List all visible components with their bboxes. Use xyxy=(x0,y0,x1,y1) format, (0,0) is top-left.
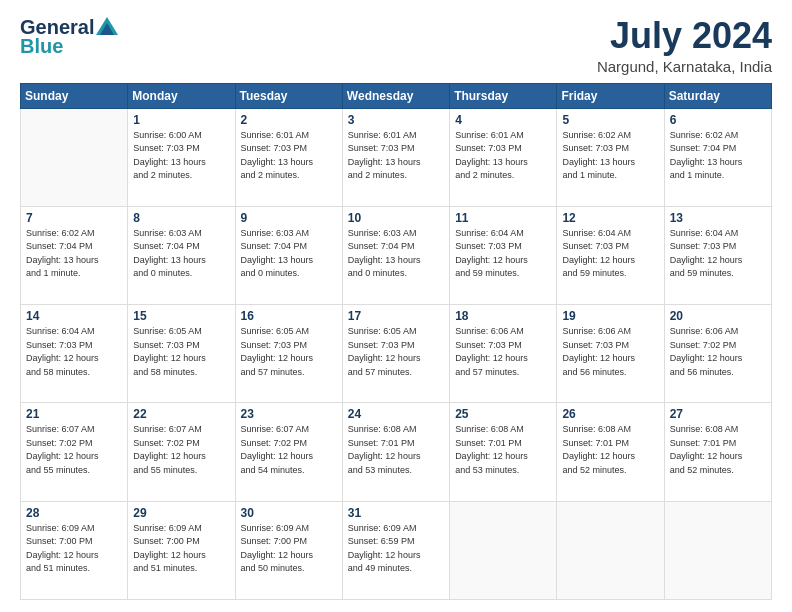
calendar-table: Sunday Monday Tuesday Wednesday Thursday… xyxy=(20,83,772,600)
day-number: 24 xyxy=(348,407,444,421)
day-info-line: Daylight: 12 hours xyxy=(562,450,658,464)
day-info-line: and 57 minutes. xyxy=(348,366,444,380)
day-number: 16 xyxy=(241,309,337,323)
calendar-cell: 1Sunrise: 6:00 AMSunset: 7:03 PMDaylight… xyxy=(128,108,235,206)
calendar-cell: 26Sunrise: 6:08 AMSunset: 7:01 PMDayligh… xyxy=(557,403,664,501)
day-info-line: Daylight: 13 hours xyxy=(26,254,122,268)
logo: General Blue xyxy=(20,16,118,58)
day-info-line: Sunset: 7:03 PM xyxy=(455,339,551,353)
day-info-line: Sunset: 7:01 PM xyxy=(455,437,551,451)
calendar-cell: 21Sunrise: 6:07 AMSunset: 7:02 PMDayligh… xyxy=(21,403,128,501)
day-info-line: Sunset: 7:03 PM xyxy=(562,240,658,254)
day-info-line: Daylight: 12 hours xyxy=(241,450,337,464)
day-info-line: Sunrise: 6:08 AM xyxy=(562,423,658,437)
day-number: 7 xyxy=(26,211,122,225)
day-info-line: and 2 minutes. xyxy=(133,169,229,183)
day-info-line: Sunset: 7:03 PM xyxy=(348,142,444,156)
calendar-week-row: 7Sunrise: 6:02 AMSunset: 7:04 PMDaylight… xyxy=(21,206,772,304)
day-info-line: Sunset: 7:03 PM xyxy=(133,339,229,353)
calendar-cell: 4Sunrise: 6:01 AMSunset: 7:03 PMDaylight… xyxy=(450,108,557,206)
calendar-cell: 11Sunrise: 6:04 AMSunset: 7:03 PMDayligh… xyxy=(450,206,557,304)
day-info-line: Daylight: 12 hours xyxy=(26,549,122,563)
day-info-line: Sunset: 7:02 PM xyxy=(670,339,766,353)
day-info-line: and 0 minutes. xyxy=(241,267,337,281)
day-info-line: Sunset: 7:03 PM xyxy=(562,339,658,353)
day-number: 15 xyxy=(133,309,229,323)
day-number: 28 xyxy=(26,506,122,520)
day-info-line: Sunset: 7:00 PM xyxy=(133,535,229,549)
col-saturday: Saturday xyxy=(664,83,771,108)
day-info-line: Daylight: 13 hours xyxy=(455,156,551,170)
day-info-line: and 59 minutes. xyxy=(670,267,766,281)
calendar-cell xyxy=(21,108,128,206)
col-tuesday: Tuesday xyxy=(235,83,342,108)
calendar-cell: 24Sunrise: 6:08 AMSunset: 7:01 PMDayligh… xyxy=(342,403,449,501)
day-info-line: Sunrise: 6:09 AM xyxy=(26,522,122,536)
logo-blue: Blue xyxy=(20,35,63,58)
day-info-line: and 53 minutes. xyxy=(348,464,444,478)
day-info-line: and 2 minutes. xyxy=(455,169,551,183)
day-number: 19 xyxy=(562,309,658,323)
calendar-cell: 22Sunrise: 6:07 AMSunset: 7:02 PMDayligh… xyxy=(128,403,235,501)
day-info-line: and 1 minute. xyxy=(670,169,766,183)
calendar-week-row: 14Sunrise: 6:04 AMSunset: 7:03 PMDayligh… xyxy=(21,305,772,403)
day-info-line: and 59 minutes. xyxy=(455,267,551,281)
day-info-line: and 57 minutes. xyxy=(241,366,337,380)
day-info-line: and 0 minutes. xyxy=(133,267,229,281)
day-info-line: Sunrise: 6:08 AM xyxy=(670,423,766,437)
calendar-week-row: 28Sunrise: 6:09 AMSunset: 7:00 PMDayligh… xyxy=(21,501,772,599)
day-info-line: Daylight: 12 hours xyxy=(241,352,337,366)
day-info-line: and 50 minutes. xyxy=(241,562,337,576)
day-info-line: and 57 minutes. xyxy=(455,366,551,380)
day-info-line: Sunrise: 6:02 AM xyxy=(26,227,122,241)
calendar-cell: 13Sunrise: 6:04 AMSunset: 7:03 PMDayligh… xyxy=(664,206,771,304)
day-info-line: and 52 minutes. xyxy=(562,464,658,478)
day-info-line: Daylight: 12 hours xyxy=(348,352,444,366)
calendar-cell: 23Sunrise: 6:07 AMSunset: 7:02 PMDayligh… xyxy=(235,403,342,501)
day-number: 2 xyxy=(241,113,337,127)
day-info-line: Sunrise: 6:06 AM xyxy=(670,325,766,339)
calendar-header-row: Sunday Monday Tuesday Wednesday Thursday… xyxy=(21,83,772,108)
day-info-line: Daylight: 12 hours xyxy=(348,549,444,563)
day-info-line: Daylight: 12 hours xyxy=(26,352,122,366)
day-number: 22 xyxy=(133,407,229,421)
day-info-line: Daylight: 12 hours xyxy=(133,352,229,366)
day-number: 4 xyxy=(455,113,551,127)
calendar-cell xyxy=(450,501,557,599)
calendar-cell: 27Sunrise: 6:08 AMSunset: 7:01 PMDayligh… xyxy=(664,403,771,501)
day-info-line: Sunset: 7:03 PM xyxy=(455,142,551,156)
day-info-line: and 58 minutes. xyxy=(133,366,229,380)
calendar-cell: 19Sunrise: 6:06 AMSunset: 7:03 PMDayligh… xyxy=(557,305,664,403)
day-info-line: and 55 minutes. xyxy=(26,464,122,478)
day-info-line: Daylight: 13 hours xyxy=(348,156,444,170)
day-info-line: and 49 minutes. xyxy=(348,562,444,576)
day-info-line: Daylight: 13 hours xyxy=(241,156,337,170)
day-number: 20 xyxy=(670,309,766,323)
day-info-line: and 1 minute. xyxy=(562,169,658,183)
day-number: 26 xyxy=(562,407,658,421)
main-title: July 2024 xyxy=(597,16,772,56)
day-info-line: Daylight: 13 hours xyxy=(562,156,658,170)
calendar-cell: 28Sunrise: 6:09 AMSunset: 7:00 PMDayligh… xyxy=(21,501,128,599)
day-info-line: Sunset: 7:03 PM xyxy=(133,142,229,156)
day-number: 9 xyxy=(241,211,337,225)
day-info-line: Sunrise: 6:07 AM xyxy=(26,423,122,437)
day-info-line: Sunset: 7:02 PM xyxy=(241,437,337,451)
day-info-line: and 1 minute. xyxy=(26,267,122,281)
day-info-line: Sunrise: 6:03 AM xyxy=(348,227,444,241)
calendar-cell: 18Sunrise: 6:06 AMSunset: 7:03 PMDayligh… xyxy=(450,305,557,403)
day-info-line: Sunset: 7:01 PM xyxy=(348,437,444,451)
day-info-line: and 51 minutes. xyxy=(133,562,229,576)
day-info-line: Sunrise: 6:05 AM xyxy=(241,325,337,339)
logo-icon xyxy=(96,17,118,35)
day-info-line: Daylight: 12 hours xyxy=(26,450,122,464)
day-number: 12 xyxy=(562,211,658,225)
day-info-line: Sunset: 7:04 PM xyxy=(133,240,229,254)
day-info-line: Sunrise: 6:06 AM xyxy=(455,325,551,339)
day-info-line: Sunrise: 6:04 AM xyxy=(455,227,551,241)
day-info-line: Sunset: 7:02 PM xyxy=(133,437,229,451)
calendar-cell: 14Sunrise: 6:04 AMSunset: 7:03 PMDayligh… xyxy=(21,305,128,403)
day-info-line: Daylight: 12 hours xyxy=(455,254,551,268)
day-number: 11 xyxy=(455,211,551,225)
day-info-line: Sunset: 7:00 PM xyxy=(26,535,122,549)
